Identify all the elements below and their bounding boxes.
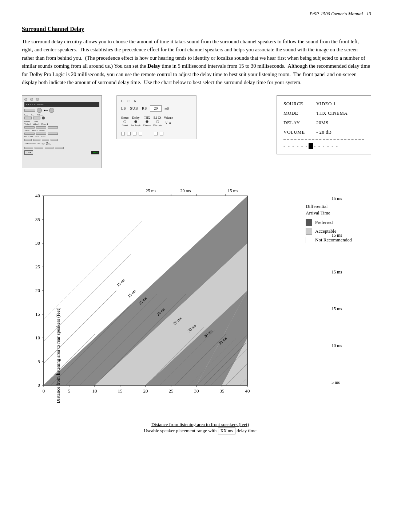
caption-line1: Distance from listening area to front sp… [44, 422, 357, 427]
svg-text:35: 35 [35, 217, 40, 222]
channel-modes: Stereo Direct Dolby Pro Logic THX Cinema… [121, 116, 192, 128]
slider-dashes-left: - - - - - - [283, 143, 308, 149]
page-info: P/SP-1500 Owner's Manual 13 [310, 11, 371, 17]
chart-container: Distance from listening area to rear spe… [22, 181, 371, 414]
right-label-15ms-1: 15 ms [332, 196, 342, 201]
volume-value: - 28 dB [316, 129, 332, 135]
svg-text:20: 20 [143, 388, 148, 394]
mode-label: MODE [283, 110, 309, 116]
page-number: 13 [366, 11, 371, 16]
channel-display: L C R LS SUB RS 20 mS Stereo Direct Dolb… [116, 95, 196, 139]
delay-value: 20MS [316, 120, 329, 126]
volume-label: VOLUME [283, 129, 309, 135]
slider-thumb [309, 143, 313, 149]
device-area: PARASOUND ▶ ■ InputSurrVolume DisplayDel… [22, 95, 371, 168]
manual-title: P/SP-1500 Owner's Manual [310, 11, 363, 16]
svg-text:0: 0 [43, 388, 45, 394]
right-label-15ms-2: 15 ms [332, 233, 342, 238]
svg-text:15 ms: 15 ms [227, 188, 238, 193]
channel-label-lcr: L C R [121, 99, 137, 103]
channel-label-sub: LS SUB RS [121, 106, 147, 110]
right-label-15ms-3: 15 ms [332, 269, 342, 275]
volume-slider: - - - - - - - - - - - - [283, 143, 364, 149]
delay-display-box: 20 [150, 105, 162, 112]
caption-box: XX ms [218, 427, 235, 434]
svg-text:15: 15 [35, 311, 40, 317]
svg-text:30: 30 [35, 240, 40, 246]
source-label: SOURCE [283, 101, 309, 107]
mode-value: THX CINEMA [316, 110, 348, 116]
chart-caption: Distance from listening area to front sp… [44, 422, 357, 434]
right-axis-labels: 15 ms 15 ms 15 ms 15 ms 10 ms 5 ms [332, 181, 342, 385]
body-text: The surround delay circuitry allows you … [22, 38, 371, 87]
page-header: P/SP-1500 Owner's Manual 13 [22, 11, 371, 19]
source-value: VIDEO 1 [316, 101, 336, 107]
legend-box-not-recommended [306, 237, 312, 243]
legend-box-acceptable [306, 228, 312, 235]
y-axis-label: Distance from listening area to rear spe… [55, 301, 61, 410]
svg-text:30: 30 [194, 388, 199, 394]
right-label-5ms: 5 ms [332, 380, 342, 385]
section-title: Surround Channel Delay [22, 26, 371, 32]
checkbox-row [121, 132, 192, 135]
brand-label: PARASOUND [24, 102, 99, 107]
caption-line2: Useable speaker placement range with XX … [44, 427, 357, 434]
info-panel: SOURCE VIDEO 1 MODE THX CINEMA DELAY 20M… [277, 95, 371, 154]
svg-text:5: 5 [68, 388, 71, 394]
svg-text:40: 40 [245, 388, 250, 394]
delay-unit: mS [164, 107, 169, 110]
legend-box-preferred [306, 219, 312, 226]
legend-label-preferred: Preferred [315, 220, 333, 225]
caption-text-after-box: delay time [237, 428, 257, 433]
svg-text:25: 25 [35, 264, 40, 269]
svg-text:35: 35 [220, 388, 225, 394]
svg-text:40: 40 [35, 193, 40, 198]
right-label-15ms-4: 15 ms [332, 306, 342, 312]
svg-text:10: 10 [92, 388, 97, 394]
svg-text:5: 5 [38, 359, 40, 364]
svg-text:0: 0 [38, 382, 40, 388]
slider-dashes-right: - - - - - - [314, 143, 338, 149]
svg-text:15: 15 [118, 388, 123, 394]
caption-text-before-box: Useable speaker placement range with [144, 428, 217, 433]
chart-wrapper: Distance from listening area to rear spe… [22, 181, 298, 414]
svg-text:25: 25 [169, 388, 174, 394]
receiver-panel: PARASOUND ▶ ■ InputSurrVolume DisplayDel… [22, 95, 102, 168]
delay-bold: Delay [147, 63, 160, 69]
svg-text:25 ms: 25 ms [146, 188, 156, 193]
svg-text:20: 20 [35, 288, 40, 293]
svg-text:20 ms: 20 ms [180, 188, 191, 193]
svg-text:10: 10 [35, 335, 40, 340]
right-label-10ms: 10 ms [332, 343, 342, 348]
delay-label: DELAY [283, 120, 309, 126]
